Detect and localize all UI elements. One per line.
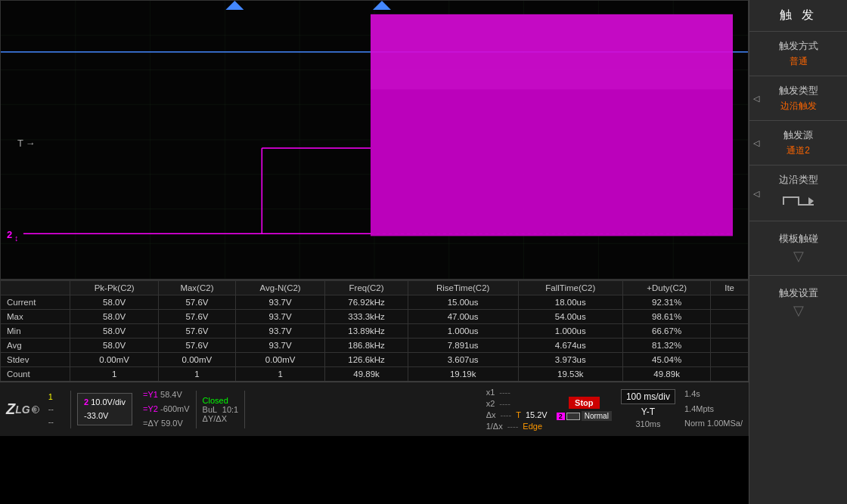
sidebar-trigger-settings[interactable]: 触发设置 ▽ [749,275,847,329]
row-label: Count [1,367,70,382]
col-header-rise: RiseTime(C2) [408,281,518,295]
row-cell: 18.00us [518,295,622,310]
svg-rect-28 [371,14,733,89]
edge-type-arrow: ◁ [753,188,759,198]
sidebar-trigger-type[interactable]: ◁ 触发类型 边沿触发 [749,76,847,120]
inv-dx-row: 1/Δx ---- Edge [486,422,548,431]
row-label: Stdev [1,353,70,367]
table-row: Min58.0V57.6V93.7V13.89kHz1.000us1.000us… [1,324,749,339]
row-cell: 333.3kHz [325,310,408,324]
ch2-div: 10.0V/div [91,397,126,407]
row-label: Max [1,310,70,324]
ch2-num: 2 [84,397,88,407]
row-cell: 58.0V [70,310,159,324]
trigger-mode-value: 普通 [755,55,841,68]
row-cell [711,310,749,324]
ch2-offset: -33.0V [84,411,108,420]
row-cell: 93.7V [235,310,325,324]
dy-label: =ΔY [143,419,159,428]
zlg-subscript: LG [15,404,29,416]
trigger-source-value: 通道2 [755,144,841,157]
col-header-freq: Freq(C2) [325,281,408,295]
closed-bul-info: Closed BuL 10:1 ΔY/ΔX [203,396,239,423]
edge-type-label: 边沿类型 [755,173,841,187]
sidebar-edge-type[interactable]: ◁ 边沿类型 [749,165,847,221]
time-div-unit: ms/div [644,391,670,402]
row-label: Min [1,324,70,339]
row-cell: 57.6V [159,295,236,310]
table-row: Avg58.0V57.6V93.7V186.8kHz7.891us4.674us… [1,339,749,353]
x1-dashes: ---- [499,388,510,397]
ch1-dash1: -- [48,403,54,416]
ch-divider-3 [244,391,245,428]
ch2-y1-row: =Y1 58.4V [143,388,189,402]
trigger-source-arrow: ◁ [753,138,759,148]
closed-label: Closed [203,396,228,405]
row-cell: 49.89k [325,367,408,382]
row-cell: 1.000us [408,324,518,339]
table-row: Current58.0V57.6V93.7V76.92kHz15.00us18.… [1,295,749,310]
dyx-row: ΔY/ΔX [203,414,239,423]
edge-wave-icon [755,189,841,213]
col-header-empty [1,281,70,295]
dx-dashes: ---- [501,410,512,419]
row-cell [711,339,749,353]
x1-row: x1 ---- [486,388,548,397]
sidebar-trigger-source[interactable]: ◁ 触发源 通道2 [749,120,847,165]
template-trigger-arrow: ▽ [755,248,841,264]
col-header-max: Max(C2) [159,281,236,295]
row-cell: 1 [235,367,325,382]
time2-row: 1.4s [684,387,743,402]
col-header-avgn: Avg-N(C2) [235,281,325,295]
ch2-dy-row: =ΔY 59.0V [143,416,189,431]
row-cell [711,353,749,367]
svg-text:2: 2 [7,229,12,240]
time-div-val: 100 [626,391,641,402]
ch1-info: 1 -- -- [48,391,54,428]
table-row: Stdev0.00mV0.00mV0.00mV126.6kHz3.607us3.… [1,353,749,367]
scope-area: T → 2 ↕ Pk-Pk(C2) Max(C2) Avg-N(C2) Freq… [0,0,749,504]
ch2-y-values: =Y1 58.4V =Y2 -600mV =ΔY 59.0V [143,388,189,430]
row-cell: 3.607us [408,353,518,367]
y1-val: 58.4V [160,390,182,399]
row-cell: 93.7V [235,295,325,310]
x2-dashes: ---- [499,399,510,408]
template-trigger-label: 模板触碰 [755,232,841,246]
svg-text:↕: ↕ [14,233,18,243]
mpts-row: 1.4Mpts [684,402,743,417]
row-cell: 54.00us [518,310,622,324]
trigger-type-value: 边沿触发 [755,100,841,113]
table-row: Max58.0V57.6V93.7V333.3kHz47.00us54.00us… [1,310,749,324]
ratio-label: 10:1 [222,405,238,414]
norm-val: 1.00MSa/ [707,419,743,428]
bottom-bar: Z LG ® 1 -- -- 2 10.0V/div -33.0V [0,382,749,436]
zlg-logo: Z LG ® [6,400,39,418]
col-header-fall: FallTime(C2) [518,281,622,295]
row-cell: 57.6V [159,324,236,339]
ch-divider-2 [196,391,197,428]
row-cell: 49.89k [623,367,711,382]
norm-label: Norm [684,419,705,428]
sidebar-template-trigger[interactable]: 模板触碰 ▽ [749,221,847,275]
col-header-ite: Ite [711,281,749,295]
row-cell: 47.00us [408,310,518,324]
stop-normal-group: Stop 2 Normal [557,397,612,421]
extra-time-info: 1.4s 1.4Mpts Norm 1.00MSa/ [684,387,743,431]
row-cell: 57.6V [159,310,236,324]
ch1-num: 1 [48,391,54,404]
row-cell: 93.7V [235,339,325,353]
row-cell: 0.00mV [235,353,325,367]
edge-label: Edge [523,422,542,431]
dx-label: Δx [486,410,496,419]
dy-val: 59.0V [161,419,183,428]
time-val: 310ms [635,419,660,428]
sidebar-trigger-mode[interactable]: 触发方式 普通 [749,31,847,76]
waveform-svg: T → 2 ↕ [1,1,748,279]
row-cell: 0.00mV [159,353,236,367]
row-cell: 15.00us [408,295,518,310]
inv-dx-label: 1/Δx [486,422,503,431]
stop-button[interactable]: Stop [569,397,599,409]
time-div-group: 100 ms/div Y-T 310ms [621,389,675,428]
row-cell: 19.53k [518,367,622,382]
inv-dx-dashes: ---- [507,422,519,431]
